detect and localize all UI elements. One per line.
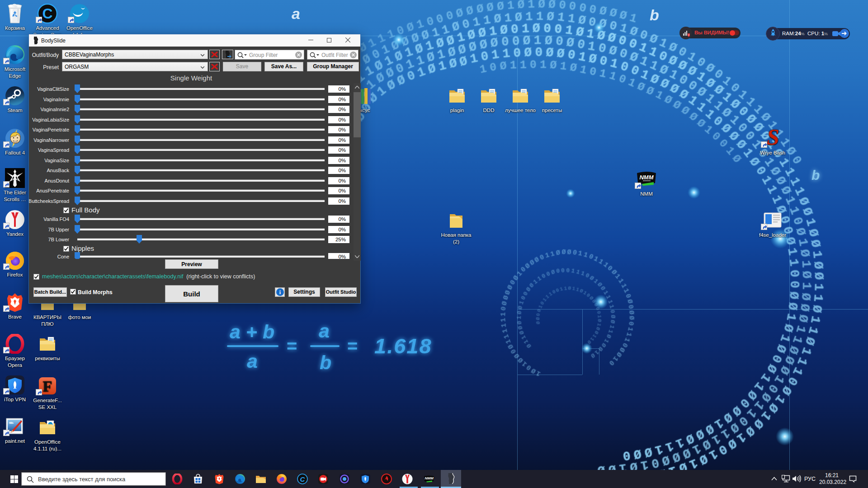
svg-text:a: a: [292, 5, 300, 22]
svg-text:C: C: [300, 475, 306, 483]
svg-text:=: =: [287, 336, 297, 356]
svg-text:a: a: [319, 320, 330, 342]
svg-text:=: =: [347, 336, 358, 356]
svg-text:NMM: NMM: [425, 476, 433, 480]
svg-text:a: a: [247, 350, 258, 372]
svg-text:F: F: [43, 378, 52, 394]
svg-text:S: S: [767, 128, 779, 148]
svg-text:b: b: [650, 6, 659, 23]
svg-text:b: b: [320, 352, 331, 373]
svg-text:b: b: [811, 168, 820, 183]
svg-text:a + b: a + b: [230, 321, 274, 343]
svg-text:C: C: [42, 5, 52, 22]
svg-text:1.618: 1.618: [374, 334, 432, 358]
svg-text:ØØ00101110011Ø11Ø10Ø00001Ø1ØØ1: ØØ00101110011Ø11Ø10Ø00001Ø1ØØ11Ø: [535, 286, 602, 346]
svg-text:NMM: NMM: [639, 174, 654, 181]
